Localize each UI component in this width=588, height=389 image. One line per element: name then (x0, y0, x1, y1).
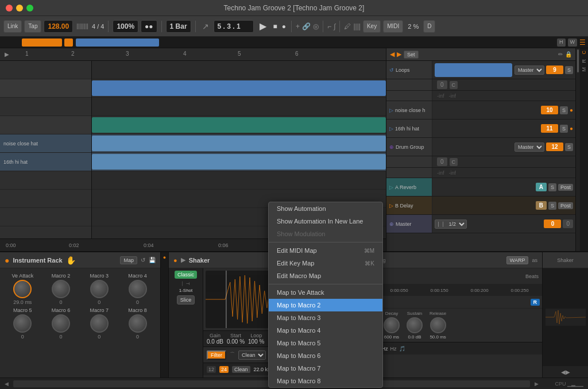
context-edit-midi-map[interactable]: Edit MIDI Map ⌘M (269, 244, 382, 257)
decay-knob[interactable] (384, 317, 400, 333)
rack-power-icon[interactable]: ● (5, 256, 9, 265)
side-r-btn[interactable]: R (581, 59, 587, 63)
clip-hihat[interactable] (92, 154, 386, 170)
context-map-macro-6[interactable]: Map to Macro 6 (269, 349, 382, 362)
shaker-mini-left[interactable]: ◀ (561, 369, 566, 375)
session-track-noise[interactable]: ▷ noise close h (386, 101, 432, 119)
rack-cycle-icon[interactable]: ↺ (141, 257, 145, 263)
pencil-icon[interactable]: ✏ (558, 51, 563, 57)
link-button[interactable]: Link (3, 20, 22, 33)
tap-button[interactable]: Tap (24, 20, 41, 33)
rack-save-icon[interactable]: 💾 (149, 257, 156, 263)
close-button[interactable] (6, 5, 13, 11)
loop-value[interactable]: 100 % (248, 338, 264, 345)
macro-2-knob[interactable] (52, 280, 70, 298)
sampler-power-icon[interactable]: ● (173, 257, 177, 264)
track-name-1[interactable] (0, 79, 91, 98)
filter-type-select[interactable]: Clean (238, 351, 266, 360)
sustain-knob[interactable] (407, 317, 423, 333)
sampler-play-icon[interactable]: ▶ (181, 256, 185, 264)
playhead-marker[interactable]: ▶ (5, 51, 14, 57)
clip-noise[interactable] (92, 136, 386, 151)
h-button[interactable]: H (557, 38, 566, 47)
macro-6-knob[interactable] (52, 314, 70, 333)
key-button[interactable]: Key (363, 20, 381, 33)
loops-master-select[interactable]: Master (514, 66, 544, 75)
overview-bar[interactable]: H W ☰ (0, 37, 588, 48)
master-bar-select[interactable]: ⎸⎸ 1/2 (435, 219, 467, 229)
gain-value[interactable]: 0.0 dB (207, 338, 223, 345)
macro-5-knob[interactable] (13, 314, 32, 333)
d-button[interactable]: D (423, 20, 435, 33)
set-button[interactable]: Set (404, 51, 419, 59)
context-edit-macro-map[interactable]: Edit Macro Map (269, 269, 382, 282)
context-map-ve-attack[interactable]: Map to Ve Attack (269, 286, 382, 299)
track-name-6[interactable] (0, 171, 91, 190)
context-map-macro-5[interactable]: Map to Macro 5 (269, 337, 382, 349)
midi-button[interactable]: MIDI (383, 20, 403, 33)
position-display[interactable]: 5 . 3 . 1 (214, 20, 254, 33)
macro-7-knob[interactable] (90, 314, 109, 333)
filter-button[interactable]: Filter (207, 351, 226, 360)
lock-icon[interactable]: 🔒 (565, 51, 572, 57)
context-map-macro-4[interactable]: Map to Macro 4 (269, 324, 382, 337)
context-map-macro-2[interactable]: Map to Macro 2 (269, 299, 382, 311)
macro-3-knob[interactable] (90, 280, 109, 298)
hihat-s[interactable]: S (560, 125, 568, 133)
track-name-16th-hi-hat[interactable]: 16th hi hat (0, 153, 91, 171)
track-name-2[interactable] (0, 98, 91, 116)
delay-s[interactable]: S (548, 202, 556, 210)
noise-s[interactable]: S (560, 106, 568, 114)
context-show-automation[interactable]: Show Automation (269, 202, 382, 215)
side-m-btn[interactable]: M (581, 67, 587, 72)
vertical-scrollbar[interactable] (575, 48, 580, 251)
context-map-macro-7[interactable]: Map to Macro 7 (269, 362, 382, 375)
rack-side-power[interactable]: ● (163, 255, 166, 260)
classic-button[interactable]: Classic (175, 271, 197, 279)
macro-1-knob[interactable] (13, 280, 32, 298)
context-edit-key-map[interactable]: Edit Key Map ⌘K (269, 257, 382, 269)
clip-row1[interactable] (92, 80, 386, 96)
session-track-loops[interactable]: ↺ Loops (386, 61, 432, 79)
loops-s[interactable]: S (565, 66, 573, 74)
context-show-modulation[interactable]: Show Modulation (269, 228, 382, 240)
track-name-8[interactable] (0, 208, 91, 226)
reverb-s[interactable]: S (548, 183, 556, 191)
side-c-btn[interactable]: C (581, 51, 587, 55)
context-show-automation-new-lane[interactable]: Show Automation In New Lane (269, 215, 382, 228)
context-menu[interactable]: Show Automation Show Automation In New L… (268, 202, 383, 388)
delay-letter: B (536, 201, 547, 210)
bar-setting[interactable]: 1 Bar (166, 20, 191, 33)
bpm-display[interactable]: 128.00 (44, 20, 73, 33)
w-button[interactable]: W (568, 38, 578, 47)
shaker-mini-right[interactable]: ▶ (566, 369, 570, 375)
scrollbar-thumb[interactable] (577, 49, 579, 72)
track-name-7[interactable] (0, 190, 91, 208)
slice-button[interactable]: Slice (177, 295, 195, 305)
session-track-master[interactable]: ⊕ Master (386, 215, 432, 233)
loops-clip[interactable] (435, 63, 512, 77)
drum-master-select[interactable]: Master (514, 142, 544, 152)
menu-icon[interactable]: ☰ (579, 38, 586, 47)
macro-8-knob[interactable] (129, 314, 147, 333)
context-map-macro-8[interactable]: Map to Macro 8 (269, 375, 382, 387)
track-name-3[interactable] (0, 116, 91, 134)
rack-map-button[interactable]: Map (120, 256, 137, 264)
context-map-macro-3[interactable]: Map to Macro 3 (269, 311, 382, 324)
session-track-hihat[interactable]: ▷ 16th hi hat (386, 120, 432, 137)
minimize-button[interactable] (16, 5, 23, 11)
scroll-left-icon[interactable]: ◀ (390, 51, 394, 58)
session-track-drum[interactable]: ⊕ Drum Group (386, 138, 432, 156)
warp-button[interactable]: WARP (506, 256, 529, 264)
macro-4-knob[interactable] (129, 280, 147, 298)
clip-row3[interactable] (92, 117, 386, 133)
track-name-noise-close-hat[interactable]: noise close hat (0, 134, 91, 153)
track-name-0[interactable] (0, 61, 91, 79)
scroll-right-icon[interactable]: ▶ (397, 51, 401, 58)
release-knob[interactable] (430, 317, 446, 333)
session-track-reverb[interactable]: ▷ A Reverb (386, 178, 432, 196)
start-value[interactable]: 0.00 % (227, 338, 245, 345)
maximize-button[interactable] (26, 5, 33, 11)
session-track-delay[interactable]: ▷ B Delay (386, 197, 432, 214)
drum-s[interactable]: S (565, 143, 573, 151)
